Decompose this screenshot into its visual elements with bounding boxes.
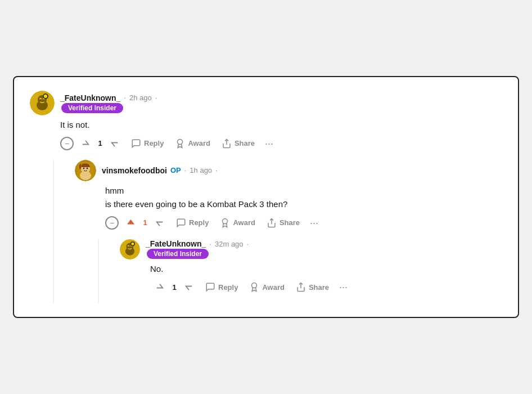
comment-2-header: vinsmokefoodboi OP · 1h ago ·	[75, 160, 502, 181]
share-label-1: Share	[235, 139, 255, 147]
award-label-3: Award	[262, 283, 285, 292]
svg-point-27	[131, 242, 134, 245]
thread-line-col-3	[86, 239, 111, 304]
award-btn-1[interactable]: Award	[170, 136, 215, 151]
share-label-3: Share	[309, 283, 329, 292]
avatar-fateunknown-2	[120, 239, 140, 259]
upvote-btn-2[interactable]	[121, 216, 140, 230]
downvote-btn-1[interactable]	[105, 136, 124, 151]
svg-point-28	[252, 283, 257, 288]
award-label-1: Award	[188, 139, 210, 147]
thread-line-3	[98, 239, 99, 304]
downvote-btn-2[interactable]	[150, 216, 169, 230]
reply-label-2: Reply	[189, 218, 209, 227]
verified-badge-1: Verified Insider	[61, 103, 123, 113]
more-btn-3[interactable]: ···	[336, 280, 351, 294]
comment-3: _FateUnknown_ · 32m ago · Verified Insid…	[120, 239, 502, 295]
award-btn-2[interactable]: Award	[215, 216, 260, 230]
reply-btn-3[interactable]: Reply	[201, 280, 242, 294]
award-label-2: Award	[233, 218, 255, 227]
vote-group-2: 1	[121, 216, 169, 230]
vote-group-1: 1	[76, 136, 124, 151]
svg-point-15	[83, 167, 85, 169]
action-bar-2: − 1	[105, 216, 502, 230]
share-btn-2[interactable]: Share	[262, 216, 304, 230]
share-btn-1[interactable]: Share	[217, 136, 259, 151]
comment-1-body: It is not.	[60, 119, 502, 132]
nested-block-2: vinsmokefoodboi OP · 1h ago · hmm is the…	[66, 160, 502, 304]
timestamp-1: 2h ago	[129, 93, 152, 102]
comment-3-header: _FateUnknown_ · 32m ago · Verified Insid…	[120, 239, 502, 259]
vote-count-1: 1	[97, 139, 103, 147]
nested-block-3: _FateUnknown_ · 32m ago · Verified Insid…	[111, 239, 502, 304]
more-btn-1[interactable]: ···	[262, 136, 277, 151]
comments-card: _FateUnknown_ · 2h ago · Verified Inside…	[13, 76, 519, 318]
comment-2-meta: vinsmokefoodboi OP · 1h ago ·	[102, 166, 218, 175]
verified-badge-3: Verified Insider	[147, 249, 209, 259]
vote-count-3: 1	[172, 283, 177, 292]
svg-point-9	[178, 139, 183, 144]
more-btn-2[interactable]: ···	[306, 216, 322, 230]
reply-btn-2[interactable]: Reply	[172, 216, 213, 230]
svg-point-25	[130, 246, 132, 247]
collapse-btn-2[interactable]: −	[105, 216, 119, 230]
thread-container-3: _FateUnknown_ · 32m ago · Verified Insid…	[86, 239, 502, 304]
thread-line-2	[53, 160, 54, 304]
svg-point-5	[40, 99, 42, 100]
reply-label-3: Reply	[218, 283, 238, 292]
share-label-2: Share	[279, 218, 300, 227]
username-fateunknown-1: _FateUnknown_	[60, 93, 120, 102]
reply-btn-1[interactable]: Reply	[127, 136, 168, 151]
comment-1: _FateUnknown_ · 2h ago · Verified Inside…	[30, 91, 502, 303]
svg-point-17	[223, 218, 228, 223]
downvote-btn-3[interactable]	[179, 280, 199, 294]
comment-2: vinsmokefoodboi OP · 1h ago · hmm is the…	[75, 160, 502, 304]
comment-3-body: No.	[150, 263, 502, 276]
avatar-vinsmokefoodb	[75, 160, 96, 181]
timestamp-2: 1h ago	[190, 166, 212, 174]
svg-point-6	[43, 99, 45, 100]
action-bar-3: 1	[150, 280, 502, 294]
action-bar-1: − 1 Reply	[60, 136, 502, 151]
award-btn-3[interactable]: Award	[245, 280, 289, 294]
comment-1-meta: _FateUnknown_ · 2h ago · Verified Inside…	[60, 93, 157, 113]
upvote-btn-3[interactable]	[150, 280, 169, 294]
thread-container-2: vinsmokefoodboi OP · 1h ago · hmm is the…	[41, 160, 502, 304]
share-btn-3[interactable]: Share	[291, 280, 333, 294]
svg-point-8	[44, 95, 47, 98]
vote-count-2: 1	[142, 218, 148, 227]
collapse-btn-1[interactable]: −	[60, 137, 74, 150]
comment-2-body: hmm is there even going to be a Kombat P…	[105, 185, 502, 211]
comment-1-header: _FateUnknown_ · 2h ago · Verified Inside…	[30, 91, 502, 115]
comment-3-meta: _FateUnknown_ · 32m ago · Verified Insid…	[146, 239, 249, 259]
op-badge: OP	[170, 166, 181, 174]
svg-point-16	[87, 167, 88, 169]
thread-line-col-2	[41, 160, 66, 304]
svg-point-24	[128, 246, 129, 247]
timestamp-3: 32m ago	[215, 240, 244, 248]
svg-point-14	[80, 171, 91, 180]
avatar-fateunknown-1	[30, 91, 55, 115]
username-fateunknown-2: _FateUnknown_	[146, 239, 206, 248]
upvote-btn-1[interactable]	[76, 136, 95, 151]
vote-group-3: 1	[150, 280, 199, 294]
reply-label-1: Reply	[144, 139, 164, 147]
username-vinsmokefoodb: vinsmokefoodboi	[102, 166, 167, 175]
